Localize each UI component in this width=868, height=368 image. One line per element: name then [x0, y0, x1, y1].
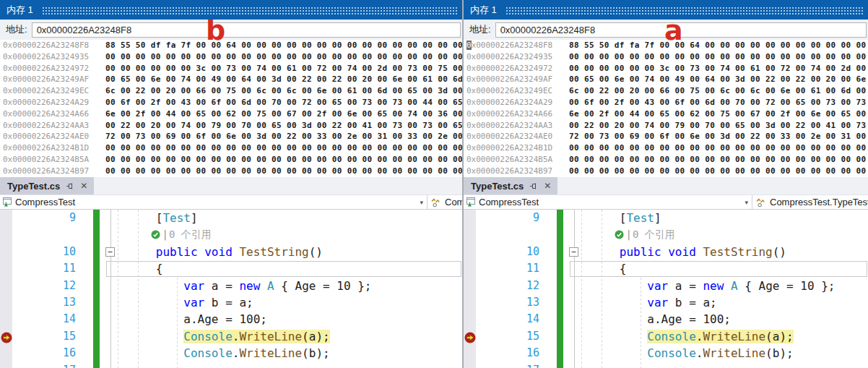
memory-row[interactable]: 0x00000226A23249EC6c 00 22 00 20 00 66 0…	[466, 85, 868, 97]
memory-row[interactable]: 0x00000226A2324AE072 00 73 00 69 00 6f 0…	[3, 131, 462, 142]
code-editor[interactable]: 9 [Test] |0 个引用10− public void TestStrin…	[464, 210, 868, 368]
memory-row[interactable]: 0x00000226A2324B1D00 00 00 00 00 00 00 0…	[466, 142, 868, 154]
memory-address-bar: 地址: 0x00000226A23248F8 a	[464, 20, 868, 40]
address-input[interactable]: 0x00000226A23248F8	[32, 22, 461, 38]
code-line[interactable]: 15 Console.WriteLine(a);	[0, 328, 462, 345]
memory-row[interactable]: 0x00000226A232493500 00 00 00 00 00 00 0…	[466, 51, 868, 63]
project-dropdown[interactable]: CompressTest ▾	[0, 195, 428, 209]
address-label: 地址:	[6, 23, 27, 36]
memory-row[interactable]: 0x00000226A2324B1D00 00 00 00 00 00 00 0…	[3, 142, 462, 154]
memory-bytes[interactable]: 00 6f 00 2f 00 43 00 6f 00 6d 00 70 00 7…	[105, 97, 462, 108]
code-line[interactable]: 16 Console.WriteLine(b);	[0, 345, 462, 361]
memory-bytes[interactable]: 72 00 73 00 69 00 6f 00 6e 00 3d 00 22 0…	[569, 131, 868, 142]
project-dropdown[interactable]: CompressTest ▾	[464, 195, 752, 209]
codelens-line[interactable]: |0 个引用	[0, 226, 462, 243]
tab-typetest-cs[interactable]: TypeTest.cs ✕	[0, 177, 94, 194]
memory-bytes[interactable]: 6c 00 22 00 20 00 66 00 75 00 6c 00 6c 0…	[105, 85, 462, 97]
close-icon[interactable]: ✕	[544, 181, 551, 191]
memory-row[interactable]: 0x00000226A2324A666e 00 2f 00 44 00 65 0…	[466, 108, 868, 120]
memory-bytes[interactable]: 6e 00 2f 00 44 00 65 00 62 00 75 00 67 0…	[105, 108, 462, 120]
current-statement-arrow-icon	[1, 331, 12, 343]
titlebar-drag-dots-icon	[42, 7, 458, 14]
memory-bytes[interactable]: 00 00 00 00 00 00 3c 00 73 00 74 00 61 0…	[569, 63, 868, 74]
memory-row[interactable]: 0x00000226A232493500 00 00 00 00 00 00 0…	[3, 51, 462, 63]
code-text: var a = new A { Age = 10 };	[114, 278, 371, 294]
memory-bytes[interactable]: 00 22 00 20 00 74 00 79 00 70 00 65 00 3…	[569, 120, 868, 132]
memory-row[interactable]: 0x00000226A2324B9700 00 00 00 00 00 00 0…	[466, 166, 868, 177]
memory-bytes[interactable]: 00 00 00 00 00 00 00 00 00 00 00 00 00 0…	[569, 142, 868, 154]
memory-bytes[interactable]: 00 00 00 00 00 00 3c 00 73 00 74 00 61 0…	[105, 63, 462, 74]
memory-bytes[interactable]: 00 65 00 6e 00 74 00 49 00 64 00 3d 00 2…	[569, 74, 868, 85]
memory-bytes[interactable]: 00 00 00 00 00 00 00 00 00 00 00 00 00 0…	[569, 166, 868, 177]
code-line[interactable]: 17	[0, 362, 462, 368]
code-line[interactable]: 14 a.Age = 100;	[0, 311, 462, 328]
code-line[interactable]: 13 var b = a;	[464, 294, 868, 311]
memory-bytes[interactable]: 88 55 50 df fa 7f 00 00 64 00 00 00 00 0…	[105, 40, 462, 51]
code-line[interactable]: 15 Console.WriteLine(a);	[464, 328, 868, 345]
memory-row[interactable]: 0x00000226A2324AE072 00 73 00 69 00 6f 0…	[466, 131, 868, 142]
code-line[interactable]: 12 var a = new A { Age = 10 };	[464, 278, 868, 294]
memory-bytes[interactable]: 00 65 00 6e 00 74 00 49 00 64 00 3d 00 2…	[105, 74, 462, 85]
type-dropdown[interactable]: CompressTest.TypeTest	[428, 195, 462, 209]
memory-row[interactable]: 0x00000226A2324AA300 22 00 20 00 74 00 7…	[3, 120, 462, 132]
code-line[interactable]: 17	[464, 362, 868, 368]
memory-bytes[interactable]: 00 00 00 00 00 00 00 00 00 00 00 00 00 0…	[105, 166, 462, 177]
memory-bytes[interactable]: 00 00 00 00 00 00 00 00 00 00 00 00 00 0…	[105, 142, 462, 154]
memory-address: 0x00000226A2324972	[466, 63, 569, 74]
memory-hex-dump[interactable]: 0x00000226A23248F888 55 50 df fa 7f 00 0…	[0, 40, 462, 177]
memory-bytes[interactable]: 00 6f 00 2f 00 43 00 6f 00 6d 00 70 00 7…	[569, 97, 868, 108]
codelens-line[interactable]: |0 个引用	[464, 226, 868, 243]
code-text: var b = a;	[114, 294, 253, 311]
line-number: 16	[0, 345, 76, 361]
memory-bytes[interactable]: 6e 00 2f 00 44 00 65 00 62 00 75 00 67 0…	[569, 108, 868, 120]
memory-row[interactable]: 0x00000226A23249AF00 65 00 6e 00 74 00 4…	[3, 74, 462, 85]
codelens-references[interactable]: 0 个引用	[633, 228, 675, 240]
memory-row[interactable]: 0x00000226A2324B5A00 00 00 00 00 00 00 0…	[466, 154, 868, 166]
code-line[interactable]: 10− public void TestString()	[0, 244, 462, 260]
memory-row[interactable]: 0x00000226A2324A2900 6f 00 2f 00 43 00 6…	[3, 97, 462, 108]
memory-bytes[interactable]: 00 00 00 00 00 00 00 00 00 00 00 00 00 0…	[105, 154, 462, 166]
pin-icon[interactable]	[529, 181, 538, 190]
memory-row[interactable]: 0x00000226A232497200 00 00 00 00 00 3c 0…	[3, 63, 462, 74]
memory-bytes[interactable]: 00 00 00 00 00 00 00 00 00 00 00 00 00 0…	[569, 51, 868, 63]
codelens-references[interactable]: 0 个引用	[169, 228, 212, 240]
pin-icon[interactable]	[66, 181, 74, 190]
code-text: var b = a;	[578, 294, 717, 311]
code-line[interactable]: 9 [Test]	[464, 210, 868, 226]
memory-bytes[interactable]: 6c 00 22 00 20 00 66 00 75 00 6c 00 6c 0…	[569, 85, 868, 97]
code-text: [Test]	[578, 210, 661, 226]
memory-hex-dump[interactable]: 0x00000226A23248F888 55 50 df fa 7f 00 0…	[464, 40, 868, 177]
tab-typetest-cs[interactable]: TypeTest.cs ✕	[464, 177, 557, 194]
code-line[interactable]: 13 var b = a;	[0, 294, 462, 311]
code-editor[interactable]: 9 [Test] |0 个引用10− public void TestStrin…	[0, 210, 462, 368]
code-line[interactable]: 10− public void TestString()	[464, 244, 868, 260]
close-icon[interactable]: ✕	[80, 181, 87, 191]
memory-row[interactable]: 0x00000226A23249AF00 65 00 6e 00 74 00 4…	[466, 74, 868, 85]
code-line[interactable]: 14 a.Age = 100;	[464, 311, 868, 328]
memory-row[interactable]: 0x00000226A23248F888 55 50 df fa 7f 00 0…	[3, 40, 462, 51]
code-line[interactable]: 12 var a = new A { Age = 10 };	[0, 278, 462, 294]
memory-window-titlebar[interactable]: 内存 1	[0, 0, 462, 20]
memory-bytes[interactable]: 00 00 00 00 00 00 00 00 00 00 00 00 00 0…	[569, 154, 868, 166]
memory-row[interactable]: 0x00000226A232497200 00 00 00 00 00 3c 0…	[466, 63, 868, 74]
type-dropdown[interactable]: CompressTest.TypeTest	[752, 195, 868, 209]
memory-row[interactable]: 0x00000226A2324B9700 00 00 00 00 00 00 0…	[3, 166, 462, 177]
code-line[interactable]: 9 [Test]	[0, 210, 462, 226]
memory-address: 0x00000226A23249AF	[466, 74, 569, 85]
code-line[interactable]: 16 Console.WriteLine(b);	[464, 345, 868, 361]
memory-bytes[interactable]: 00 22 00 20 00 74 00 79 00 70 00 65 00 3…	[105, 120, 462, 132]
code-line[interactable]: 11 {	[0, 260, 462, 277]
memory-row[interactable]: 0x00000226A2324B5A00 00 00 00 00 00 00 0…	[3, 154, 462, 166]
code-text: a.Age = 100;	[578, 311, 731, 328]
memory-bytes[interactable]: 72 00 73 00 69 00 6f 00 6e 00 3d 00 22 0…	[105, 131, 462, 142]
memory-address: 0x00000226A2324AE0	[466, 131, 569, 142]
memory-row[interactable]: 0x00000226A2324AA300 22 00 20 00 74 00 7…	[466, 120, 868, 132]
code-line[interactable]: 11 {	[464, 260, 868, 277]
memory-row[interactable]: 0x00000226A2324A666e 00 2f 00 44 00 65 0…	[3, 108, 462, 120]
memory-row[interactable]: 0x00000226A23249EC6c 00 22 00 20 00 66 0…	[3, 85, 462, 97]
memory-row[interactable]: 0x00000226A2324A2900 6f 00 2f 00 43 00 6…	[466, 97, 868, 108]
dropdown-arrow-icon[interactable]: ▾	[745, 199, 752, 206]
dropdown-arrow-icon[interactable]: ▾	[420, 199, 427, 206]
memory-bytes[interactable]: 88 55 50 df fa 7f 00 00 64 00 00 00 00 0…	[569, 40, 868, 51]
memory-bytes[interactable]: 00 00 00 00 00 00 00 00 00 00 00 00 00 0…	[105, 51, 462, 63]
